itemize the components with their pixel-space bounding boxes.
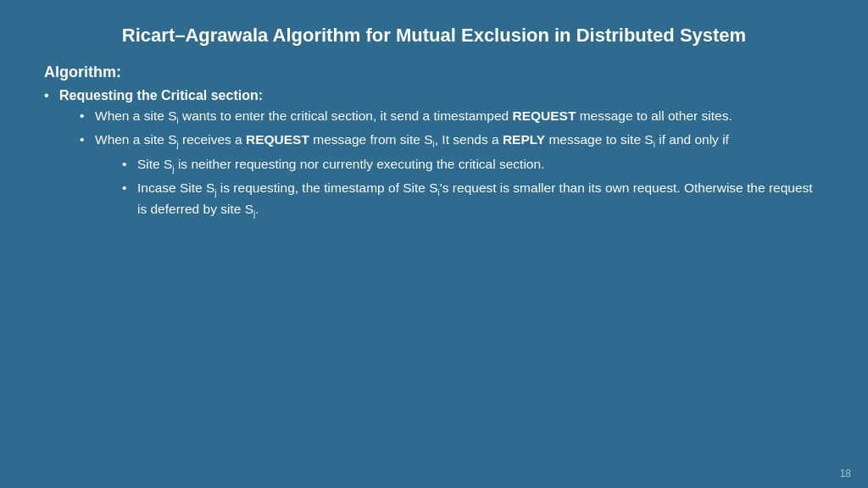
level3-item-2: Incase Site Sj is requesting, the timest…	[122, 179, 824, 220]
level2-item-2: When a site Sj receives a REQUEST messag…	[80, 130, 824, 220]
algorithm-label: Algorithm:	[44, 64, 824, 81]
requesting-label: Requesting the Critical section:	[59, 88, 263, 103]
main-list: Requesting the Critical section: When a …	[44, 88, 824, 221]
slide: Ricart–Agrawala Algorithm for Mutual Exc…	[0, 0, 868, 488]
level1-item-requesting: Requesting the Critical section: When a …	[44, 88, 824, 221]
level3-list: Site Sj is neither requesting nor curren…	[95, 155, 824, 221]
level2-item-1: When a site Si wants to enter the critic…	[80, 107, 824, 128]
page-number: 18	[840, 468, 851, 480]
level3-item-1: Site Sj is neither requesting nor curren…	[122, 155, 824, 176]
slide-title: Ricart–Agrawala Algorithm for Mutual Exc…	[44, 24, 824, 48]
level2-list: When a site Si wants to enter the critic…	[59, 107, 824, 221]
